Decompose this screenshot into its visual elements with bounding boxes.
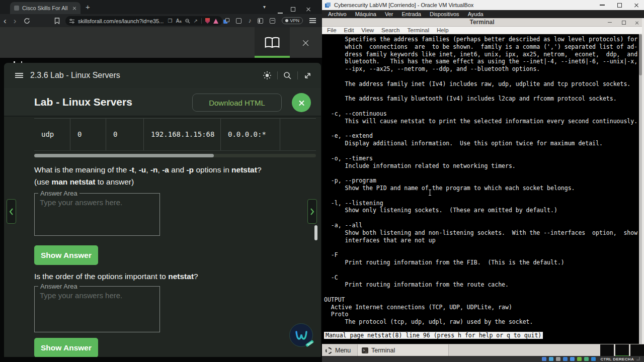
site-settings-icon[interactable]: [69, 19, 74, 24]
wallet-icon[interactable]: [270, 18, 275, 24]
resize-grip-icon[interactable]: [636, 357, 640, 360]
url-bar[interactable]: skillsforall.com/es/launch?id=e35... ❐ A…: [65, 16, 222, 26]
course-index-tab[interactable]: [255, 27, 290, 58]
browser-window: Cisco Skills For All + ▾ ‹ › skillsforal…: [0, 0, 322, 362]
terminal-menu-terminal[interactable]: Terminal: [408, 27, 429, 33]
terminal-maximize-button[interactable]: [620, 19, 627, 26]
vpn-badge[interactable]: VPN: [282, 17, 303, 24]
show-answer-button-1[interactable]: Show Answer: [34, 245, 98, 265]
horizontal-scrollbar-thumb[interactable]: [34, 154, 214, 157]
tray-window-preview[interactable]: [600, 344, 614, 356]
virtualbox-window: Cybersecurity LabVM [Corriendo] - Oracle…: [322, 0, 644, 362]
brightness-icon[interactable]: [263, 71, 272, 80]
shared-folders-icon: [577, 357, 582, 361]
reader-mode-icon[interactable]: ❐: [168, 18, 173, 24]
adblock-extension-icon[interactable]: [205, 18, 210, 24]
answer-input-2[interactable]: [35, 290, 159, 332]
split-screen-icon[interactable]: [223, 18, 229, 24]
menu-maquina[interactable]: Máquina: [355, 11, 376, 17]
vm-menu-button[interactable]: Menu: [322, 344, 357, 356]
window-maximize-button[interactable]: [291, 5, 295, 14]
course-close-icon[interactable]: [302, 39, 309, 46]
vm-window-border: [642, 18, 644, 344]
translate-icon[interactable]: Aa: [176, 18, 181, 24]
menu-entrada[interactable]: Entrada: [401, 11, 421, 17]
mouse-cursor-ibeam: [428, 190, 432, 196]
terminal-menu-edit[interactable]: Edit: [344, 27, 354, 33]
menu-archivo[interactable]: Archivo: [328, 11, 347, 17]
terminal-menu-file[interactable]: File: [327, 27, 337, 33]
mouse-integration-icon: [591, 357, 596, 361]
tab-close-icon[interactable]: [72, 6, 76, 10]
terminal-menu-help[interactable]: Help: [437, 27, 449, 33]
table-cell: 192.168.1.15:68: [144, 119, 221, 150]
browser-tab[interactable]: Cisco Skills For All: [10, 2, 80, 14]
terminal-window-title: Terminal: [322, 19, 642, 26]
table-cell: udp: [34, 119, 70, 150]
vbox-close-button[interactable]: [628, 0, 644, 10]
share-icon[interactable]: ↗: [194, 18, 198, 24]
divider: [201, 18, 202, 24]
answer-area-1: Answer Area: [34, 190, 160, 236]
window-close-button[interactable]: [306, 7, 311, 12]
lab-close-button[interactable]: [292, 93, 311, 112]
reload-button[interactable]: [24, 18, 30, 24]
divider: [297, 71, 298, 79]
sidebar-icon[interactable]: [258, 18, 263, 24]
back-button[interactable]: ‹: [0, 17, 10, 25]
terminal-body[interactable]: Specifies the address families (perhaps …: [322, 34, 639, 344]
lab-panel: 2.3.6 Lab - Linux Servers Lab - Linux Se…: [4, 63, 321, 357]
download-html-button[interactable]: Download HTML: [192, 94, 282, 112]
extensions-icon[interactable]: [236, 18, 242, 24]
terminal-task-icon: >_: [362, 347, 368, 353]
answer-input-1[interactable]: [35, 197, 159, 235]
terminal-close-button[interactable]: [633, 19, 640, 26]
webex-beta-badge: Beta: [305, 340, 314, 347]
fullscreen-icon[interactable]: [303, 71, 312, 80]
terminal-menu-search[interactable]: Search: [381, 27, 399, 33]
next-page-button[interactable]: [307, 199, 317, 224]
answer-area-2: Answer Area: [34, 283, 160, 332]
taskbar-terminal-button[interactable]: >_ Terminal: [357, 344, 449, 356]
vm-menu-label: Menu: [335, 347, 351, 354]
zoom-icon[interactable]: [185, 19, 190, 24]
terminal-menu-view[interactable]: View: [361, 27, 374, 33]
menu-ayuda[interactable]: Ayuda: [468, 11, 484, 17]
vm-menu-icon: [326, 347, 332, 354]
webex-chat-bubble[interactable]: Beta: [289, 323, 313, 347]
table-cell: 0: [70, 119, 106, 150]
tab-title: Cisco Skills For All: [22, 5, 69, 11]
show-answer-button-2[interactable]: Show Answer: [34, 338, 98, 357]
horizontal-scrollbar[interactable]: [34, 154, 316, 157]
terminal-minimize-button[interactable]: [606, 19, 613, 26]
lab-header: Lab - Linux Servers Download HTML: [4, 88, 321, 117]
vbox-maximize-button[interactable]: [611, 0, 628, 10]
lab-menu-icon[interactable]: [15, 73, 23, 78]
vertical-scrollbar-thumb[interactable]: [314, 225, 317, 240]
close-icon: [298, 100, 305, 106]
menu-dispositivos[interactable]: Dispositivos: [430, 11, 459, 17]
extension-icon[interactable]: [213, 19, 218, 24]
terminal-status-line: Manual page netstat(8) line 96 (press h …: [324, 332, 543, 339]
search-icon[interactable]: [283, 71, 292, 80]
tray-window-preview[interactable]: [630, 344, 644, 356]
taskbar-terminal-label: Terminal: [371, 347, 395, 354]
vm-taskbar: Menu >_ Terminal: [322, 344, 644, 356]
menu-ver[interactable]: Ver: [385, 11, 393, 17]
terminal-titlebar[interactable]: Terminal: [322, 18, 642, 27]
browser-menu-icon[interactable]: [309, 18, 316, 23]
player-icon[interactable]: ♪: [248, 17, 251, 24]
forward-button[interactable]: ›: [10, 17, 20, 25]
optical-drive-icon: [549, 357, 553, 361]
tab-list-chevron-icon[interactable]: ▾: [263, 4, 266, 10]
prev-page-button[interactable]: [7, 199, 16, 224]
tray-window-preview-active[interactable]: [615, 344, 629, 356]
tab-favicon-icon: [14, 6, 19, 11]
vbox-titlebar[interactable]: Cybersecurity LabVM [Corriendo] - Oracle…: [322, 0, 644, 10]
chevron-left-icon: [9, 208, 14, 215]
new-tab-button[interactable]: +: [86, 3, 90, 11]
vbox-minimize-button[interactable]: [594, 0, 611, 10]
chevron-right-icon: [310, 208, 314, 215]
bookmark-icon[interactable]: [54, 18, 60, 24]
vbox-menubar: Archivo Máquina Ver Entrada Dispositivos…: [322, 10, 644, 18]
